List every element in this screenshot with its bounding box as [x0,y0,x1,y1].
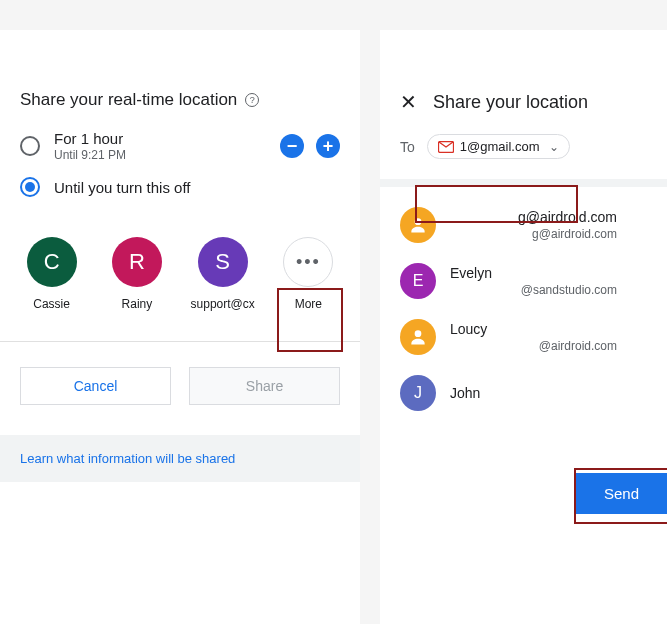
avatar [400,319,436,355]
recipient-chip[interactable]: 1@gmail.com ⌄ [427,134,571,159]
duration-option-untiloff[interactable]: Until you turn this off [20,177,340,197]
list-item[interactable]: g@airdroid.com g@airdroid.com [380,197,667,253]
contact-rainy[interactable]: R Rainy [105,237,168,311]
contact-email: g@airdroid.com [450,209,647,225]
contact-email: @airdroid.com [450,339,647,353]
option-label: Until you turn this off [54,179,340,196]
cancel-button[interactable]: Cancel [20,367,171,405]
share-button[interactable]: Share [189,367,340,405]
avatar: R [112,237,162,287]
option-label: For 1 hour [54,130,266,147]
close-icon[interactable]: ✕ [400,90,417,114]
info-link[interactable]: Learn what information will be shared [0,435,360,482]
avatar: J [400,375,436,411]
duration-option-1hour[interactable]: For 1 hour Until 9:21 PM − + [20,130,340,162]
envelope-icon [438,141,454,153]
decrease-button[interactable]: − [280,134,304,158]
chip-text: 1@gmail.com [460,139,540,154]
divider [0,341,360,342]
list-item[interactable]: E Evelyn @sandstudio.com [380,253,667,309]
contact-support[interactable]: S support@cx [191,237,255,311]
person-icon [408,327,428,347]
contact-email-sub: g@airdroid.com [450,227,647,241]
option-subtext: Until 9:21 PM [54,148,266,162]
avatar: C [27,237,77,287]
more-label: More [295,297,322,311]
contact-cassie[interactable]: C Cassie [20,237,83,311]
list-item[interactable]: Loucy @airdroid.com [380,309,667,365]
contact-list: g@airdroid.com g@airdroid.com E Evelyn @… [380,187,667,431]
recipient-panel: ✕ Share your location To 1@gmail.com ⌄ g… [380,30,667,624]
avatar: E [400,263,436,299]
send-button[interactable]: Send [576,473,667,514]
contact-email: @sandstudio.com [450,283,647,297]
person-icon [408,215,428,235]
radio-unselected-icon [20,136,40,156]
avatar [400,207,436,243]
panel-title: Share your real-time location [20,90,237,110]
contact-name: Loucy [450,321,647,337]
more-icon: ••• [283,237,333,287]
avatar: S [198,237,248,287]
radio-selected-icon [20,177,40,197]
contact-name: support@cx [191,297,255,311]
svg-point-1 [415,218,422,225]
list-item[interactable]: J John [380,365,667,421]
to-label: To [400,139,415,155]
more-button[interactable]: ••• More [277,237,340,311]
divider [380,179,667,187]
contact-name: Evelyn [450,265,647,281]
svg-point-2 [415,330,422,337]
chevron-down-icon: ⌄ [549,140,559,154]
increase-button[interactable]: + [316,134,340,158]
share-location-panel: Share your real-time location ? For 1 ho… [0,30,360,624]
contacts-row: C Cassie R Rainy S support@cx ••• More [20,237,340,311]
panel-title: Share your location [433,92,588,113]
contact-name: John [450,385,647,401]
contact-name: Rainy [122,297,153,311]
help-icon[interactable]: ? [245,93,259,107]
contact-name: Cassie [33,297,70,311]
